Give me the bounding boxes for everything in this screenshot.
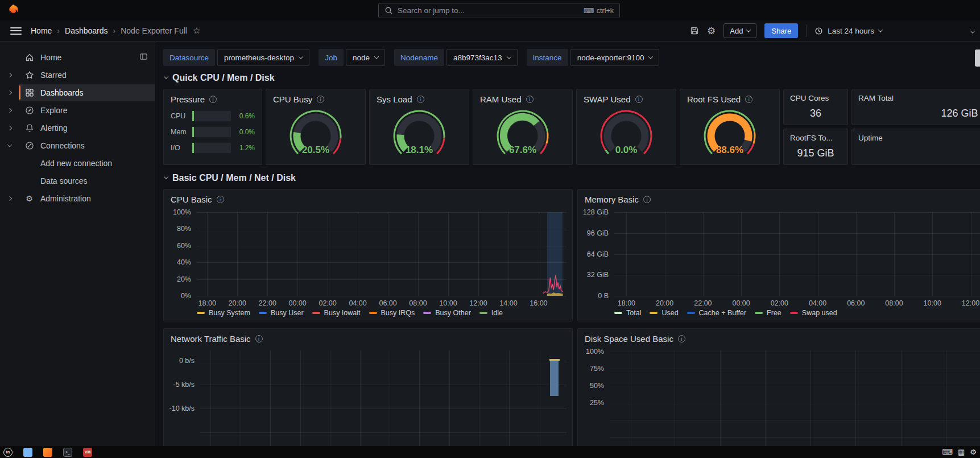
sidebar-item-label: Home — [40, 53, 61, 62]
svg-text:88.6%: 88.6% — [716, 145, 743, 155]
panel-cpu-cores[interactable]: CPU Cores36 — [783, 89, 848, 125]
y-axis-label: 40% — [164, 258, 191, 266]
filter-select-datasource[interactable]: prometheus-desktop — [217, 49, 309, 66]
sidebar-item-home[interactable]: Home — [0, 48, 155, 66]
y-axis-label: 32 GiB — [578, 271, 609, 279]
gauge-root-fs-used[interactable]: 88.6% — [696, 108, 764, 162]
share-button[interactable]: Share — [764, 23, 798, 38]
chart-plot[interactable] — [610, 350, 980, 458]
panel-title[interactable]: Root FS Usedi — [687, 94, 752, 104]
gauge-swap-used[interactable]: 0.0% — [592, 108, 660, 162]
legend-item[interactable]: Used — [650, 309, 678, 317]
time-range-picker[interactable]: Last 24 hours — [814, 27, 882, 35]
expand-chevron-icon[interactable] — [0, 109, 19, 112]
panel-title[interactable]: Disk Space Used Basici — [585, 334, 685, 344]
expand-chevron-icon[interactable] — [0, 144, 19, 147]
favorite-star-icon[interactable]: ☆ — [193, 26, 200, 36]
chart-plot[interactable] — [614, 212, 980, 296]
legend-item[interactable]: Busy Other — [423, 309, 471, 317]
legend-item[interactable]: Busy User — [259, 309, 304, 317]
bar-gauge[interactable] — [192, 143, 231, 153]
bar-gauge[interactable] — [192, 111, 231, 121]
gauge-cpu-busy[interactable]: 20.5% — [282, 108, 350, 162]
apps-icon — [24, 88, 34, 97]
legend-item[interactable]: Busy System — [197, 309, 250, 317]
panel-ram-total[interactable]: RAM Total126 GiB — [851, 89, 980, 125]
x-axis-label: 18:00 — [613, 299, 640, 307]
info-icon: i — [217, 196, 224, 203]
sidebar-item-add-new-connection[interactable]: Add new connection — [0, 154, 155, 172]
taskbar-vm-app-icon[interactable]: VM — [83, 448, 92, 457]
sidebar-item-label: Dashboards — [40, 88, 84, 97]
navbar-collapse-chevron[interactable] — [971, 26, 974, 36]
grafana-logo[interactable] — [6, 3, 20, 18]
taskbar-linkedin-icon[interactable]: in — [3, 448, 13, 457]
legend-item[interactable]: Idle — [479, 309, 503, 317]
legend-item[interactable]: Busy IRQs — [369, 309, 415, 317]
panel-title[interactable]: CPU Busyi — [273, 94, 324, 104]
panel-rootfs-to-[interactable]: RootFS To...915 GiB — [783, 129, 848, 165]
breadcrumb-separator: › — [113, 26, 116, 35]
sidebar-item-data-sources[interactable]: Data sources — [0, 172, 155, 189]
row-header-basic[interactable]: Basic CPU / Mem / Net / Disk — [164, 173, 980, 183]
panel-title[interactable]: Sys Loadi — [377, 94, 424, 104]
panel-uptime[interactable]: Uptime — [851, 129, 980, 165]
expand-chevron-icon[interactable] — [0, 73, 19, 77]
expand-chevron-icon[interactable] — [0, 197, 19, 200]
breadcrumb: Home › Dashboards › Node Exporter Full — [31, 26, 187, 35]
taskbar-tray-apps-icon[interactable]: ▦ — [958, 448, 965, 456]
expand-chevron-icon[interactable] — [0, 126, 19, 130]
panel-title[interactable]: Pressurei — [171, 94, 217, 104]
svg-text:18.1%: 18.1% — [406, 145, 433, 155]
sidebar-item-administration[interactable]: ⚙Administration — [0, 189, 155, 207]
sidebar-item-dashboards[interactable]: Dashboards — [0, 84, 155, 101]
legend-item[interactable]: Busy Iowait — [312, 309, 361, 317]
expand-chevron-icon[interactable] — [0, 91, 19, 94]
save-dashboard-icon[interactable] — [690, 26, 699, 35]
panel-title[interactable]: Memory Basici — [585, 195, 651, 204]
legend-item[interactable]: Total — [614, 309, 641, 317]
row-header-quick[interactable]: Quick CPU / Mem / Disk — [164, 73, 980, 83]
sidebar-item-alerting[interactable]: Alerting — [0, 119, 155, 137]
filter-select-job[interactable]: node — [346, 49, 385, 66]
legend-item[interactable]: Free — [755, 309, 781, 317]
chart-plot[interactable] — [200, 350, 567, 458]
panel-title[interactable]: RAM Usedi — [480, 94, 534, 104]
svg-text:20.5%: 20.5% — [302, 145, 329, 155]
sidebar-item-connections[interactable]: Connections — [0, 137, 155, 154]
filter-label-job: Job — [319, 49, 344, 66]
filter-select-nodename[interactable]: a8b973f3ac13 — [446, 49, 518, 66]
panel-title[interactable]: SWAP Usedi — [584, 94, 643, 104]
dock-menu-icon[interactable] — [139, 52, 148, 63]
gauge-ram-used[interactable]: 67.6% — [489, 108, 557, 162]
sidebar-item-starred[interactable]: Starred — [0, 66, 155, 84]
breadcrumb-home[interactable]: Home — [31, 26, 52, 35]
menu-toggle-icon[interactable] — [10, 27, 22, 35]
search-input[interactable]: Search or jump to... ⌨ ctrl+k — [378, 3, 620, 18]
taskbar-terminal-icon[interactable]: >_ — [63, 448, 72, 457]
breadcrumb-dashboards[interactable]: Dashboards — [65, 26, 108, 35]
info-icon: i — [317, 96, 324, 103]
taskbar-files-app-icon[interactable] — [23, 448, 32, 457]
taskbar-settings-icon[interactable]: ⚙ — [970, 448, 977, 456]
taskbar-keyboard-icon[interactable]: ⌨ — [942, 448, 953, 456]
filter-select-instance[interactable]: node-exporter:9100 — [570, 49, 660, 66]
cut-off-button[interactable] — [975, 49, 980, 67]
panel-title[interactable]: CPU Basici — [171, 195, 224, 204]
quick-panels-row: PressureiCPU0.6%Mem0.0%I/O1.2%CPU Busyi2… — [163, 89, 980, 165]
panel-cpu-busy: CPU Busyi20.5% — [266, 89, 366, 165]
chart-plot[interactable] — [197, 212, 567, 296]
x-axis-label: 00:00 — [284, 299, 311, 307]
gauge-sys-load[interactable]: 18.1% — [385, 108, 453, 162]
dashboard-settings-icon[interactable]: ⚙ — [707, 26, 716, 36]
bar-gauge[interactable] — [192, 127, 231, 137]
panel-title[interactable]: Network Traffic Basici — [171, 334, 263, 344]
sidebar-item-explore[interactable]: Explore — [0, 101, 155, 119]
add-button[interactable]: Add — [723, 23, 756, 38]
legend-item[interactable]: Swap used — [790, 309, 837, 317]
taskbar-browser-icon[interactable] — [43, 448, 52, 457]
y-axis-label: -10 kb/s — [164, 405, 195, 412]
x-axis-label: 04:00 — [804, 299, 832, 307]
legend-item[interactable]: Cache + Buffer — [687, 309, 747, 317]
y-axis-label: 64 GiB — [578, 250, 609, 258]
